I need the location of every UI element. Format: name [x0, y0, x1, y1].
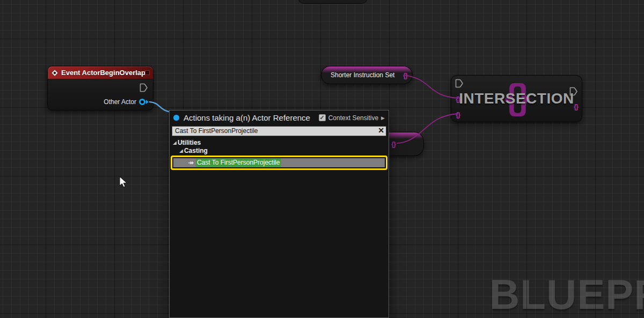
wildcard-brace-pin[interactable]: {}: [403, 72, 407, 79]
event-actorbeginoverlap-node[interactable]: Event ActorBeginOverlap Other Actor: [47, 66, 153, 110]
category-label: Utilities: [178, 139, 201, 146]
blueprint-watermark: BLUEPRINT: [489, 270, 644, 318]
event-node-header[interactable]: Event ActorBeginOverlap: [48, 66, 153, 79]
offscreen-node-fragment[interactable]: [298, 0, 367, 4]
menu-expander-arrow-icon[interactable]: ▶: [381, 115, 385, 121]
action-results-tree: ◢ Utilities ◢ Casting ↠ Cast To FirstPer…: [170, 137, 389, 170]
action-menu-title: Actions taking a(n) Actor Reference: [184, 113, 319, 122]
clear-search-icon[interactable]: ✕: [378, 126, 384, 135]
other-actor-pin-label: Other Actor: [104, 98, 136, 106]
shorter-instruction-set-node[interactable]: Shorter Instruction Set {}: [321, 66, 413, 84]
selected-action-label: Cast To FirstPersonProjectile: [196, 158, 281, 167]
actor-reference-pin-icon: [173, 115, 179, 121]
expanded-triangle-icon: ◢: [173, 140, 177, 145]
exec-output-pin[interactable]: [140, 83, 148, 92]
context-sensitive-checkbox[interactable]: ✓: [319, 114, 326, 121]
object-pin-icon: [139, 99, 145, 105]
event-node-title: Event ActorBeginOverlap: [61, 69, 145, 77]
mouse-cursor-icon: [119, 176, 128, 189]
delegate-pin[interactable]: [145, 70, 150, 75]
intersection-node-title: INTERSECTION: [451, 76, 582, 122]
event-diamond-icon: [52, 70, 57, 76]
category-label: Casting: [184, 147, 208, 154]
blueprint-action-menu[interactable]: Actions taking a(n) Actor Reference ✓ Co…: [169, 110, 389, 318]
action-search-input[interactable]: [172, 126, 386, 136]
object-pin-arrow-icon: [146, 100, 149, 104]
blueprint-graph-canvas[interactable]: BLUEPRINT Event ActorBeginOverlap Other …: [0, 0, 644, 318]
context-sensitive-label: Context Sensitive: [328, 114, 378, 122]
other-actor-object-pin[interactable]: [139, 99, 149, 105]
wildcard-brace-pin[interactable]: {}: [391, 140, 396, 147]
expanded-triangle-icon: ◢: [179, 148, 183, 153]
intersection-node[interactable]: {} INTERSECTION {} {} {}: [451, 75, 582, 122]
category-casting[interactable]: ◢ Casting: [170, 147, 389, 155]
action-menu-header: Actions taking a(n) Actor Reference ✓ Co…: [170, 110, 389, 125]
shorter-node-title: Shorter Instruction Set: [331, 71, 394, 79]
selected-action-row[interactable]: ↠ Cast To FirstPersonProjectile: [171, 156, 387, 170]
category-utilities[interactable]: ◢ Utilities: [170, 139, 389, 147]
wire-shorter-to-intersection[interactable]: [404, 75, 458, 98]
cast-node-icon: ↠: [188, 159, 194, 166]
